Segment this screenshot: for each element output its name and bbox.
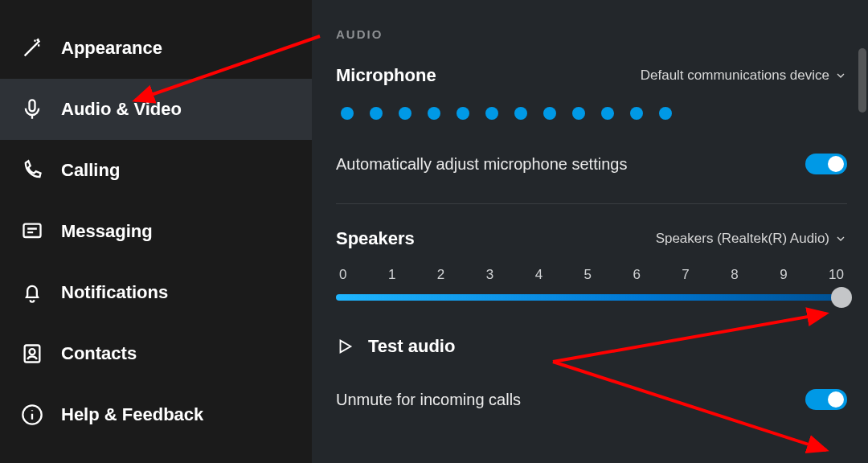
settings-sidebar: Appearance Audio & Video Calling Messagi… — [0, 0, 312, 463]
microphone-device-label: Default communications device — [641, 68, 829, 84]
svg-rect-1 — [24, 224, 41, 237]
slider-thumb[interactable] — [831, 287, 852, 308]
annotation-arrow — [537, 305, 850, 463]
speakers-row: Speakers Speakers (Realtek(R) Audio) — [336, 228, 847, 249]
sidebar-item-messaging[interactable]: Messaging — [0, 201, 312, 262]
svg-marker-5 — [341, 341, 351, 353]
sidebar-item-label: Messaging — [61, 221, 153, 242]
unmute-toggle[interactable] — [805, 389, 847, 410]
sidebar-item-label: Audio & Video — [61, 99, 182, 120]
speaker-volume-slider[interactable]: 012345678910 — [336, 267, 847, 301]
sidebar-item-calling[interactable]: Calling — [0, 140, 312, 201]
section-heading-audio: AUDIO — [336, 27, 847, 41]
sidebar-item-appearance[interactable]: Appearance — [0, 18, 312, 79]
microphone-row: Microphone Default communications device — [336, 65, 847, 86]
sidebar-item-notifications[interactable]: Notifications — [0, 262, 312, 323]
test-audio-label: Test audio — [368, 336, 455, 357]
speakers-device-label: Speakers (Realtek(R) Audio) — [656, 231, 829, 247]
sidebar-item-audio-video[interactable]: Audio & Video — [0, 79, 312, 140]
sidebar-item-help[interactable]: Help & Feedback — [0, 384, 312, 445]
sidebar-item-label: Contacts — [61, 343, 137, 364]
audio-settings-panel: AUDIO Microphone Default communications … — [312, 0, 868, 463]
contacts-icon — [16, 342, 48, 365]
svg-point-3 — [30, 349, 35, 354]
slider-track[interactable] — [336, 294, 847, 301]
wand-icon — [16, 37, 48, 59]
test-audio-button[interactable]: Test audio — [336, 336, 847, 357]
chat-icon — [16, 220, 48, 243]
info-icon — [16, 404, 48, 426]
phone-icon — [16, 159, 48, 182]
play-icon — [336, 338, 354, 355]
sidebar-item-label: Appearance — [61, 38, 162, 59]
unmute-row: Unmute for incoming calls — [336, 389, 847, 410]
svg-rect-0 — [30, 100, 35, 111]
scrollbar-thumb[interactable] — [858, 48, 866, 113]
sidebar-item-label: Help & Feedback — [61, 404, 203, 425]
microphone-heading: Microphone — [336, 65, 436, 86]
auto-adjust-row: Automatically adjust microphone settings — [336, 154, 847, 174]
divider — [336, 203, 847, 204]
sidebar-item-contacts[interactable]: Contacts — [0, 323, 312, 384]
microphone-icon — [16, 98, 48, 121]
auto-adjust-label: Automatically adjust microphone settings — [336, 155, 627, 174]
sidebar-item-label: Calling — [61, 160, 120, 181]
chevron-down-icon — [834, 232, 847, 245]
auto-adjust-toggle[interactable] — [805, 154, 847, 174]
sidebar-item-label: Notifications — [61, 282, 168, 303]
microphone-level-meter — [336, 107, 847, 120]
bell-icon — [16, 281, 48, 304]
slider-ticks: 012345678910 — [336, 267, 847, 283]
speakers-heading: Speakers — [336, 228, 415, 249]
speakers-device-select[interactable]: Speakers (Realtek(R) Audio) — [656, 231, 847, 247]
chevron-down-icon — [834, 69, 847, 82]
microphone-device-select[interactable]: Default communications device — [641, 68, 847, 84]
unmute-label: Unmute for incoming calls — [336, 391, 521, 409]
